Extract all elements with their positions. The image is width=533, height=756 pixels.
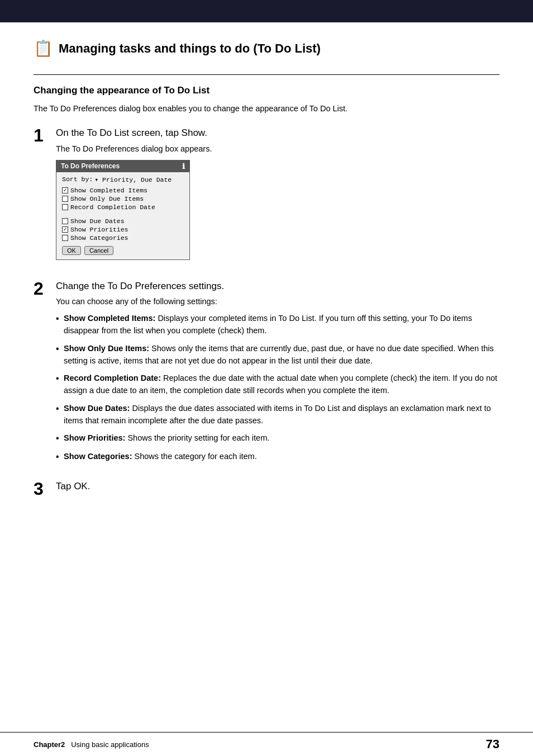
dialog-ok-button[interactable]: OK	[62, 246, 81, 255]
footer-page-number: 73	[486, 737, 499, 752]
step-3-number: 3	[34, 480, 47, 498]
dialog-sort-row: Sort by: ▾ Priority, Due Date	[62, 176, 184, 183]
checkbox-show-completed: ✓ Show Completed Items	[62, 187, 184, 194]
term-show-only-due: Show Only Due Items:	[64, 344, 149, 353]
step-3-content: Tap OK.	[56, 480, 499, 498]
list-item-show-only-due: • Show Only Due Items: Shows only the it…	[56, 343, 499, 367]
list-item-show-priorities: • Show Priorities: Shows the priority se…	[56, 432, 499, 445]
bullet-dot-3: •	[56, 372, 60, 385]
settings-list: • Show Completed Items: Displays your co…	[56, 313, 499, 463]
checkmark: ✓	[63, 187, 66, 193]
list-item-show-categories: • Show Categories: Shows the category fo…	[56, 451, 499, 463]
dialog-title: To Do Preferences	[61, 162, 120, 170]
chapter-title: Managing tasks and things to do (To Do L…	[59, 41, 321, 56]
sort-label: Sort by:	[62, 176, 93, 183]
footer-chapter-sub	[67, 740, 69, 749]
step-2-title: Change the To Do Preferences settings.	[56, 280, 499, 293]
footer-left: Chapter2 Using basic applications	[34, 740, 149, 749]
list-item-record-completion-text: Record Completion Date: Replaces the due…	[64, 372, 499, 397]
step-1: 1 On the To Do List screen, tap Show. Th…	[34, 126, 499, 268]
step-3: 3 Tap OK.	[34, 480, 499, 498]
dialog-body: Sort by: ▾ Priority, Due Date ✓ Show Com…	[56, 172, 189, 259]
list-item-show-due-dates: • Show Due Dates: Displays the due dates…	[56, 403, 499, 427]
checkbox-show-only-due: Show Only Due Items	[62, 195, 184, 202]
step-1-content: On the To Do List screen, tap Show. The …	[56, 126, 499, 268]
divider	[34, 74, 499, 75]
footer-chapter-label: Chapter2	[34, 740, 65, 749]
term-show-categories: Show Categories:	[64, 452, 132, 461]
checkmark-priorities: ✓	[63, 226, 66, 233]
main-content: 📋 Managing tasks and things to do (To Do…	[0, 22, 533, 531]
step-2-subtitle: You can choose any of the following sett…	[56, 297, 499, 306]
chapter-icon: 📋	[34, 39, 53, 58]
list-item-show-categories-text: Show Categories: Shows the category for …	[64, 451, 257, 463]
list-item-show-due-dates-text: Show Due Dates: Displays the due dates a…	[64, 403, 499, 427]
section-intro: The To Do Preferences dialog box enables…	[34, 103, 499, 115]
chapter-header: 📋 Managing tasks and things to do (To Do…	[34, 34, 499, 58]
checkbox-show-due-dates: Show Due Dates	[62, 218, 184, 225]
step-3-title: Tap OK.	[56, 480, 499, 493]
checkbox-show-completed-label: Show Completed Items	[70, 187, 147, 194]
checkbox-show-priorities-box[interactable]: ✓	[62, 226, 68, 233]
term-show-due-dates: Show Due Dates:	[64, 404, 130, 413]
list-item-show-completed: • Show Completed Items: Displays your co…	[56, 313, 499, 337]
list-item-show-only-due-text: Show Only Due Items: Shows only the item…	[64, 343, 499, 367]
dialog-info-icon: ℹ	[182, 162, 185, 171]
checkbox-show-due-dates-box[interactable]	[62, 218, 68, 224]
step-2: 2 Change the To Do Preferences settings.…	[34, 280, 499, 469]
checkbox-show-only-due-box[interactable]	[62, 196, 68, 202]
todo-preferences-dialog: To Do Preferences ℹ Sort by: ▾ Priority,…	[56, 160, 190, 260]
section-heading: Changing the appearance of To Do List	[34, 85, 499, 96]
dialog-titlebar: To Do Preferences ℹ	[56, 160, 189, 172]
checkbox-show-due-dates-label: Show Due Dates	[70, 218, 125, 225]
step-2-number: 2	[34, 280, 47, 297]
checkbox-show-categories: Show Categories	[62, 234, 184, 242]
checkbox-record-completion: Record Completion Date	[62, 204, 184, 211]
list-item-record-completion: • Record Completion Date: Replaces the d…	[56, 372, 499, 397]
checkbox-show-categories-label: Show Categories	[70, 234, 129, 242]
bullet-dot-4: •	[56, 403, 60, 415]
sort-value: ▾ Priority, Due Date	[94, 176, 172, 183]
dialog-cancel-button[interactable]: Cancel	[84, 246, 113, 255]
term-show-completed: Show Completed Items:	[64, 314, 155, 323]
list-item-show-priorities-text: Show Priorities: Shows the priority sett…	[64, 432, 269, 445]
checkbox-show-only-due-label: Show Only Due Items	[70, 195, 144, 202]
step-1-subtitle: The To Do Preferences dialog box appears…	[56, 144, 499, 153]
bullet-dot-6: •	[56, 451, 60, 463]
checkbox-record-completion-label: Record Completion Date	[70, 204, 155, 211]
checkbox-show-priorities: ✓ Show Priorities	[62, 226, 184, 233]
term-record-completion: Record Completion Date:	[64, 374, 161, 382]
bullet-dot-5: •	[56, 432, 60, 445]
checkbox-record-completion-box[interactable]	[62, 204, 68, 210]
term-show-priorities: Show Priorities:	[64, 433, 125, 442]
dialog-separator	[62, 212, 184, 216]
bullet-dot: •	[56, 313, 60, 325]
dialog-buttons: OK Cancel	[62, 246, 184, 255]
top-bar	[0, 0, 533, 22]
step-1-number: 1	[34, 126, 47, 144]
list-item-show-completed-text: Show Completed Items: Displays your comp…	[64, 313, 499, 337]
step-2-content: Change the To Do Preferences settings. Y…	[56, 280, 499, 469]
checkbox-show-priorities-label: Show Priorities	[70, 226, 129, 233]
bullet-dot-2: •	[56, 343, 60, 355]
checkbox-show-completed-box[interactable]: ✓	[62, 187, 68, 193]
checkbox-show-categories-box[interactable]	[62, 235, 68, 241]
step-1-title: On the To Do List screen, tap Show.	[56, 126, 499, 140]
footer-chapter-sub-text: Using basic applications	[71, 740, 149, 749]
footer: Chapter2 Using basic applications 73	[0, 732, 533, 756]
